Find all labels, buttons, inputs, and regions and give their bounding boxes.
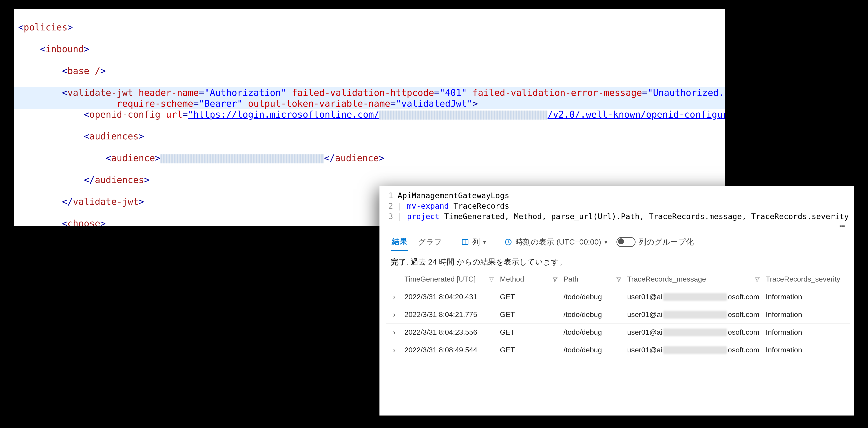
redacted-audience: [160, 154, 324, 163]
columns-icon: [461, 238, 469, 246]
kw-mv-expand: mv-expand: [407, 201, 449, 210]
query-line-1: ApiManagementGatewayLogs: [398, 191, 509, 200]
col-time[interactable]: TimeGenerated [UTC]: [404, 275, 476, 283]
attr-failmsg: failed-validation-error-message: [472, 88, 642, 98]
table-row[interactable]: ›2022/3/31 8:04:23.556GET/todo/debuguser…: [386, 324, 850, 341]
query-line-3-rest: TimeGenerated, Method, parse_url(Url).Pa…: [439, 212, 849, 221]
tab-graph[interactable]: グラフ: [417, 234, 443, 251]
expand-row-icon[interactable]: ›: [386, 341, 402, 359]
log-analytics-panel: 1ApiManagementGatewayLogs 2| mv-expand T…: [379, 186, 855, 416]
tag-base: base /: [67, 66, 100, 76]
val-output-var: "validatedJwt": [396, 98, 472, 109]
results-toolbar: ┅ 結果 グラフ 列 ▾ 時刻の表示 (UTC+00:00) ▾ 列のグループ化: [379, 229, 855, 251]
attr-openid-url: url: [166, 109, 182, 120]
expand-row-icon[interactable]: ›: [386, 288, 402, 306]
more-menu-icon[interactable]: ┅: [839, 221, 847, 231]
cell-severity: Information: [764, 306, 850, 324]
val-header-name: "Authorization": [204, 88, 286, 98]
line-number: 2: [379, 201, 398, 211]
cell-method: GET: [498, 341, 561, 359]
val-require-scheme: "Bearer": [199, 98, 243, 109]
cell-message: user01@aiosoft.com: [625, 324, 764, 341]
cell-severity: Information: [764, 288, 850, 306]
expand-row-icon[interactable]: ›: [386, 306, 402, 324]
table-row[interactable]: ›2022/3/31 8:04:20.431GET/todo/debuguser…: [386, 288, 850, 306]
tag-choose-open: choose: [67, 218, 100, 226]
cell-message: user01@aiosoft.com: [625, 306, 764, 324]
filter-icon[interactable]: [552, 276, 558, 284]
chevron-down-icon: ▾: [604, 239, 608, 246]
col-severity[interactable]: TraceRecords_severity: [766, 275, 840, 283]
columns-label: 列: [472, 237, 480, 247]
time-display-picker[interactable]: 時刻の表示 (UTC+00:00) ▾: [504, 237, 608, 247]
val-openid-url-pre: "https://login.microsoftonline.com/: [188, 109, 379, 120]
col-method[interactable]: Method: [500, 275, 524, 283]
kql-query-editor[interactable]: 1ApiManagementGatewayLogs 2| mv-expand T…: [379, 186, 855, 229]
val-failcode: "401": [439, 88, 467, 98]
redacted-domain: [663, 293, 727, 301]
tag-audience-close: audience: [335, 153, 379, 163]
cell-time: 2022/3/31 8:04:20.431: [402, 288, 498, 306]
kw-project: project: [407, 212, 439, 221]
cell-method: GET: [498, 324, 561, 341]
tag-openid-config: openid-config: [89, 109, 160, 120]
tab-results[interactable]: 結果: [391, 233, 408, 251]
redacted-domain: [663, 311, 727, 319]
tag-validate-jwt-close: validate-jwt: [73, 196, 138, 207]
clock-icon: [504, 238, 512, 246]
tag-audience-open: audience: [111, 153, 155, 163]
cell-method: GET: [498, 306, 561, 324]
group-columns-toggle[interactable]: 列のグループ化: [616, 237, 694, 247]
attr-failcode: failed-validation-httpcode: [292, 88, 434, 98]
col-path[interactable]: Path: [563, 275, 579, 283]
col-message[interactable]: TraceRecords_message: [627, 275, 706, 283]
tag-validate-jwt: validate-jwt: [67, 88, 133, 98]
val-openid-url-post: /v2.0/.well-known/openid-configuration": [547, 109, 725, 120]
cell-path: /todo/debug: [561, 288, 625, 306]
cell-message: user01@aiosoft.com: [625, 341, 764, 359]
chevron-down-icon: ▾: [483, 239, 486, 246]
results-grid: TimeGenerated [UTC] Method Path TraceRec…: [379, 270, 855, 416]
table-row[interactable]: ›2022/3/31 8:04:21.775GET/todo/debuguser…: [386, 306, 850, 324]
val-failmsg: "Unauthorized. Access token: [648, 88, 725, 98]
tag-policies: policies: [24, 22, 67, 32]
group-columns-label: 列のグループ化: [639, 237, 694, 247]
time-display-label: 時刻の表示 (UTC+00:00): [515, 237, 601, 247]
status-rest: . 過去 24 時間 からの結果を表示しています。: [406, 258, 567, 266]
redacted-tenant-id: [379, 110, 547, 120]
filter-icon[interactable]: [754, 276, 760, 284]
tag-audiences-open: audiences: [89, 131, 138, 141]
cell-path: /todo/debug: [561, 306, 625, 324]
columns-picker[interactable]: 列 ▾: [461, 237, 486, 247]
expand-row-icon[interactable]: ›: [386, 324, 402, 341]
cell-path: /todo/debug: [561, 324, 625, 341]
tag-audiences-close: audiences: [95, 175, 144, 185]
attr-output-var: output-token-variable-name: [248, 98, 390, 109]
status-done: 完了: [391, 258, 406, 266]
cell-time: 2022/3/31 8:04:21.775: [402, 306, 498, 324]
separator: [452, 237, 452, 247]
redacted-domain: [663, 329, 727, 336]
cell-severity: Information: [764, 341, 850, 359]
table-row[interactable]: ›2022/3/31 8:08:49.544GET/todo/debuguser…: [386, 341, 850, 359]
attr-require-scheme: require-scheme: [117, 98, 193, 109]
cell-message: user01@aiosoft.com: [625, 288, 764, 306]
filter-icon[interactable]: [616, 276, 622, 284]
cell-time: 2022/3/31 8:08:49.544: [402, 341, 498, 359]
separator: [495, 237, 495, 247]
query-status: 完了. 過去 24 時間 からの結果を表示しています。: [379, 251, 855, 270]
line-number: 1: [379, 190, 398, 201]
attr-header-name: header-name: [138, 88, 199, 98]
redacted-domain: [663, 346, 727, 354]
line-number: 3: [379, 211, 398, 222]
cell-method: GET: [498, 288, 561, 306]
query-pipe: |: [398, 201, 407, 210]
filter-icon[interactable]: [489, 276, 494, 284]
cell-severity: Information: [764, 324, 850, 341]
query-pipe: |: [398, 212, 407, 221]
cell-path: /todo/debug: [561, 341, 625, 359]
query-line-2-rest: TraceRecords: [449, 201, 509, 210]
tag-inbound: inbound: [45, 44, 84, 54]
toggle-icon: [616, 237, 636, 247]
cell-time: 2022/3/31 8:04:23.556: [402, 324, 498, 341]
